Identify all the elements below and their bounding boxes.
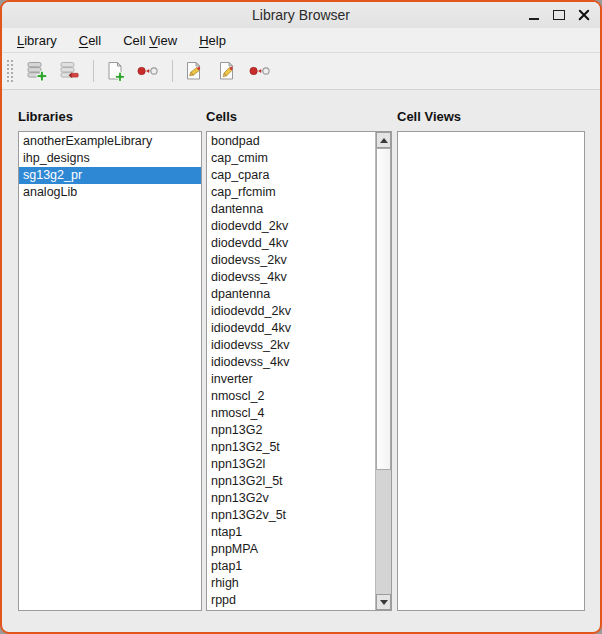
toolbar bbox=[2, 53, 600, 90]
edit-cellview-alt-icon bbox=[216, 60, 238, 82]
menu-help[interactable]: Help bbox=[188, 31, 237, 50]
list-item[interactable]: npn13G2l bbox=[207, 456, 375, 473]
arrow-up-icon bbox=[380, 138, 388, 143]
edit-cellview-alt-button[interactable] bbox=[212, 57, 242, 85]
list-item[interactable]: cap_rfcmim bbox=[207, 184, 375, 201]
edit-cellview-icon bbox=[183, 60, 205, 82]
menu-cell[interactable]: Cell bbox=[68, 31, 112, 50]
cells-list[interactable]: bondpadcap_cmimcap_cparacap_rfcmimdanten… bbox=[206, 131, 392, 611]
list-item[interactable]: inverter bbox=[207, 371, 375, 388]
list-item[interactable]: diodevss_4kv bbox=[207, 269, 375, 286]
list-item[interactable]: pnpMPA bbox=[207, 541, 375, 558]
list-item[interactable]: ntap1 bbox=[207, 524, 375, 541]
list-item[interactable]: npn13G2_5t bbox=[207, 439, 375, 456]
list-item[interactable]: ihp_designs bbox=[19, 150, 201, 167]
libraries-label: Libraries bbox=[18, 109, 202, 125]
minimize-button[interactable] bbox=[526, 7, 542, 23]
libraries-list[interactable]: anotherExampleLibraryihp_designssg13g2_p… bbox=[18, 131, 202, 611]
list-item[interactable]: diodevss_2kv bbox=[207, 252, 375, 269]
minimize-icon bbox=[529, 18, 539, 20]
scrollbar-thumb[interactable] bbox=[376, 148, 391, 470]
menu-library[interactable]: Library bbox=[6, 31, 68, 50]
list-item[interactable]: idiodevss_2kv bbox=[207, 337, 375, 354]
content-area: Libraries anotherExampleLibraryihp_desig… bbox=[2, 90, 600, 611]
add-library-icon bbox=[25, 60, 47, 82]
arrow-down-icon bbox=[380, 600, 388, 605]
delete-cellview-icon bbox=[249, 65, 271, 77]
delete-cell-button[interactable] bbox=[133, 57, 163, 85]
cells-panel: Cells bondpadcap_cmimcap_cparacap_rfcmim… bbox=[206, 109, 392, 611]
add-library-button[interactable] bbox=[21, 57, 51, 85]
list-item[interactable]: cap_cmim bbox=[207, 150, 375, 167]
list-item[interactable]: ptap1 bbox=[207, 558, 375, 575]
cells-label: Cells bbox=[206, 109, 392, 125]
cell-views-panel: Cell Views bbox=[397, 109, 585, 611]
scroll-down-button[interactable] bbox=[376, 594, 391, 610]
list-item[interactable]: nmoscl_4 bbox=[207, 405, 375, 422]
list-item[interactable]: idiodevdd_2kv bbox=[207, 303, 375, 320]
window-controls bbox=[526, 2, 592, 28]
new-cell-icon bbox=[104, 60, 126, 82]
list-item[interactable]: dantenna bbox=[207, 201, 375, 218]
list-item[interactable]: idiodevdd_4kv bbox=[207, 320, 375, 337]
cell-views-list[interactable] bbox=[397, 131, 585, 611]
list-item[interactable]: anotherExampleLibrary bbox=[19, 133, 201, 150]
list-item[interactable]: npn13G2v_5t bbox=[207, 507, 375, 524]
window-title: Library Browser bbox=[252, 7, 350, 23]
delete-cellview-button[interactable] bbox=[245, 57, 275, 85]
list-item[interactable]: npn13G2l_5t bbox=[207, 473, 375, 490]
list-item[interactable]: analogLib bbox=[19, 184, 201, 201]
toolbar-separator bbox=[172, 60, 173, 82]
maximize-icon bbox=[553, 10, 565, 20]
list-item[interactable]: cap_cpara bbox=[207, 167, 375, 184]
delete-cell-icon bbox=[137, 65, 159, 77]
close-icon bbox=[578, 9, 590, 21]
cell-views-label: Cell Views bbox=[397, 109, 585, 125]
cells-scrollbar[interactable] bbox=[375, 132, 391, 610]
libraries-panel: Libraries anotherExampleLibraryihp_desig… bbox=[18, 109, 202, 611]
edit-cellview-button[interactable] bbox=[179, 57, 209, 85]
new-cell-button[interactable] bbox=[100, 57, 130, 85]
list-item[interactable]: idiodevss_4kv bbox=[207, 354, 375, 371]
list-item[interactable]: diodevdd_2kv bbox=[207, 218, 375, 235]
menubar: Library Cell Cell View Help bbox=[2, 28, 600, 53]
list-item[interactable]: nmoscl_2 bbox=[207, 388, 375, 405]
menu-cell-view[interactable]: Cell View bbox=[112, 31, 188, 50]
list-item[interactable]: npn13G2v bbox=[207, 490, 375, 507]
remove-library-icon bbox=[58, 60, 80, 82]
list-item[interactable]: rppd bbox=[207, 592, 375, 609]
list-item[interactable]: diodevdd_4kv bbox=[207, 235, 375, 252]
list-item[interactable]: dpantenna bbox=[207, 286, 375, 303]
list-item[interactable]: rhigh bbox=[207, 575, 375, 592]
list-item[interactable]: bondpad bbox=[207, 133, 375, 150]
titlebar: Library Browser bbox=[2, 2, 600, 28]
close-button[interactable] bbox=[576, 7, 592, 23]
remove-library-button[interactable] bbox=[54, 57, 84, 85]
scroll-up-button[interactable] bbox=[376, 132, 391, 148]
toolbar-grip-handle[interactable] bbox=[6, 58, 14, 84]
library-browser-window: Library Browser Library Cell Cell View H… bbox=[0, 0, 602, 634]
list-item[interactable]: npn13G2 bbox=[207, 422, 375, 439]
list-item[interactable]: sg13g2_pr bbox=[19, 167, 201, 184]
maximize-button[interactable] bbox=[551, 7, 567, 23]
toolbar-separator bbox=[93, 60, 94, 82]
